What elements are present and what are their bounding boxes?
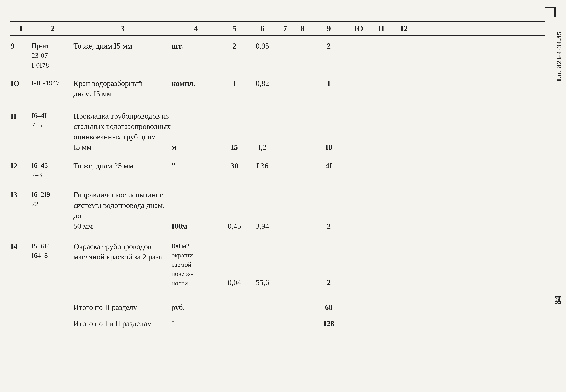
table-body: 9 Пр-нт23-07I-0I78 То же, диам.I5 мм шт.… <box>11 36 545 291</box>
row-14-code: I5–6I4I64–8 <box>31 241 74 260</box>
row-10-desc: Кран водоразборныйдиам. I5 мм <box>74 78 171 99</box>
table-row: IO I-III-1947 Кран водоразборныйдиам. I5… <box>11 73 545 102</box>
row-9-norm: 0,95 <box>248 41 276 51</box>
row-10-unit: компл. <box>171 78 220 89</box>
row-14-unit: I00 м2окраши-ваемойповерх-ности <box>171 241 220 288</box>
right-label-top: Т.п. 823-4-34.85 <box>555 31 563 82</box>
row-10-norm: 0,82 <box>248 78 276 89</box>
table-header: I 2 3 4 5 6 7 8 9 IO II I2 <box>11 22 545 36</box>
table-row: 9 Пр-нт23-07I-0I78 То же, диам.I5 мм шт.… <box>11 36 545 73</box>
row-14-total: 2 <box>311 277 346 288</box>
row-14-qty: 0,04 <box>220 277 248 288</box>
row-13-id: I3 <box>11 190 31 200</box>
summary-2-total: I28 <box>311 319 346 329</box>
row-13-total: 2 <box>311 221 346 231</box>
col-header-2: 2 <box>31 24 74 33</box>
row-11-code: I6–4I7–3 <box>31 111 74 130</box>
summary-2-label: Итого по I и II разделам <box>74 319 171 329</box>
col-header-12: I2 <box>392 24 416 33</box>
page: Т.п. 823-4-34.85 84 I 2 3 4 5 6 7 8 9 IO… <box>0 0 566 392</box>
col-header-9: 9 <box>311 24 346 33</box>
right-label-bottom: 84 <box>552 295 563 305</box>
row-10-code: I-III-1947 <box>31 78 74 88</box>
summary-row-2: Итого по I и II разделам " I28 <box>11 315 545 331</box>
summary-1-total: 68 <box>311 302 346 312</box>
summary-row-1: Итого по II разделу руб. 68 <box>11 300 545 315</box>
row-9-id: 9 <box>11 41 31 51</box>
row-14-desc: Окраска трубопроводов масляной краской з… <box>74 241 171 262</box>
row-12-code: I6–437–3 <box>31 161 74 180</box>
col-header-1: I <box>11 24 31 33</box>
summary-1-unit: руб. <box>171 302 220 312</box>
row-13-qty: 0,45 <box>220 221 248 231</box>
summary-1-label: Итого по II разделу <box>74 302 171 312</box>
row-10-total: I <box>311 78 346 89</box>
table-row: II I6–4I7–3 Прокладка трубопроводов из с… <box>11 102 545 156</box>
row-13-norm: 3,94 <box>248 221 276 231</box>
col-header-8: 8 <box>294 24 311 33</box>
row-9-qty: 2 <box>220 41 248 51</box>
row-12-total: 4I <box>311 161 346 171</box>
row-12-id: I2 <box>11 161 31 171</box>
row-11-desc: Прокладка трубопроводов из стальных водо… <box>74 111 171 153</box>
row-9-desc: То же, диам.I5 мм <box>74 41 171 51</box>
row-11-unit: м <box>171 142 220 152</box>
row-9-total: 2 <box>311 41 346 51</box>
row-11-id: II <box>11 111 31 121</box>
row-14-id: I4 <box>11 241 31 252</box>
col-header-10: IO <box>346 24 371 33</box>
row-14-norm: 55,6 <box>248 277 276 288</box>
row-12-unit: " <box>171 161 220 171</box>
summary-2-unit: " <box>171 319 220 329</box>
row-11-qty: I5 <box>220 142 248 152</box>
row-12-norm: I,36 <box>248 161 276 171</box>
row-13-desc: Гидравлическое испытание системы водопро… <box>74 190 171 231</box>
summary-section: Итого по II разделу руб. 68 Итого по I и… <box>11 300 545 331</box>
row-13-code: I6–2I922 <box>31 190 74 209</box>
corner-bracket <box>545 7 555 17</box>
row-13-unit: I00м <box>171 221 220 231</box>
col-header-7: 7 <box>276 24 294 33</box>
row-12-desc: То же, диам.25 мм <box>74 161 171 171</box>
row-11-norm: I,2 <box>248 142 276 152</box>
table-row: I3 I6–2I922 Гидравлическое испытание сис… <box>11 183 545 234</box>
row-10-qty: I <box>220 78 248 89</box>
row-11-total: I8 <box>311 142 346 152</box>
col-header-11: II <box>371 24 392 33</box>
col-header-4: 4 <box>171 24 220 33</box>
row-9-code: Пр-нт23-07I-0I78 <box>31 41 74 70</box>
table-row: I4 I5–6I4I64–8 Окраска трубопроводов мас… <box>11 234 545 291</box>
row-12-qty: 30 <box>220 161 248 171</box>
row-10-id: IO <box>11 78 31 89</box>
table-row: I2 I6–437–3 То же, диам.25 мм " 30 I,36 … <box>11 155 545 183</box>
main-table: I 2 3 4 5 6 7 8 9 IO II I2 9 Пр-нт23-07I… <box>11 21 545 331</box>
col-header-5: 5 <box>220 24 248 33</box>
row-9-unit: шт. <box>171 41 220 51</box>
col-header-3: 3 <box>74 24 171 33</box>
col-header-6: 6 <box>248 24 276 33</box>
